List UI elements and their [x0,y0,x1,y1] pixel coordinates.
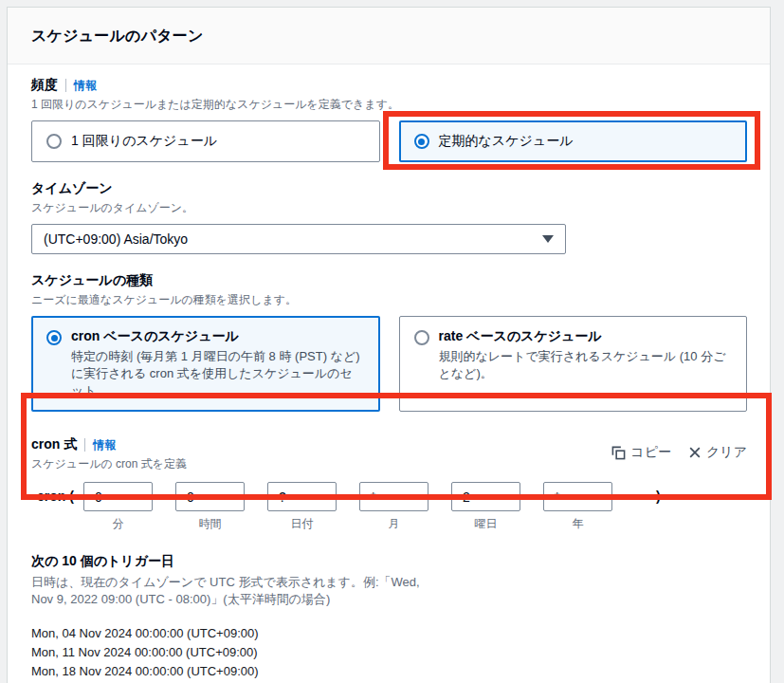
next-trigger-dates-description: 日時は、現在のタイムゾーンで UTC 形式で表示されます。例:「Wed, Nov… [31,574,441,608]
cron-hours-input[interactable] [175,482,245,511]
frequency-label: 頻度 [31,77,58,94]
trigger-date-list: Mon, 04 Nov 2024 00:00:00 (UTC+09:00) Mo… [31,624,747,683]
cron-info-link[interactable]: 情報 [93,437,116,453]
cron-description: スケジュールの cron 式を定義 [31,456,187,472]
trigger-date-item: Mon, 18 Nov 2024 00:00:00 (UTC+09:00) [31,662,747,681]
radio-tile-label: 定期的なスケジュール [439,133,574,150]
cron-year-input[interactable] [543,482,612,511]
cron-day-of-week-label: 曜日 [451,516,520,532]
schedule-type-options: cron ベースのスケジュール 特定の時刻 (毎月第 1 月曜日の午前 8 時 … [31,316,747,412]
timezone-label: タイムゾーン [31,180,747,197]
radio-tile-one-time-schedule[interactable]: 1 回限りのスケジュール [31,120,380,162]
cron-year-label: 年 [543,516,612,532]
frequency-field: 頻度 情報 1 回限りのスケジュールまたは定期的なスケジュールを定義できます。 … [31,77,747,162]
cron-month-input[interactable] [359,482,428,511]
frequency-description: 1 回限りのスケジュールまたは定期的なスケジュールを定義できます。 [31,97,747,113]
cron-expression-field: cron 式 情報 スケジュールの cron 式を定義 [31,436,747,532]
copy-button[interactable]: コピー [611,444,671,461]
cron-day-of-month-input[interactable] [267,482,337,511]
schedule-type-description: ニーズに最適なスケジュールの種類を選択します。 [31,292,747,308]
schedule-pattern-panel: スケジュールのパターン 頻度 情報 1 回限りのスケジュールまたは定期的なスケジ… [7,7,771,683]
frequency-options: 1 回限りのスケジュール 定期的なスケジュール [31,120,747,162]
label-divider [84,438,85,452]
cron-day-of-week-input[interactable] [451,482,520,511]
trigger-date-item: Mon, 11 Nov 2024 00:00:00 (UTC+09:00) [31,643,747,662]
timezone-field: タイムゾーン スケジュールのタイムゾーン。 (UTC+09:00) Asia/T… [31,180,747,254]
label-divider [65,79,66,92]
radio-unchecked-icon[interactable] [414,330,429,345]
radio-tile-label: 1 回限りのスケジュール [71,133,217,150]
next-trigger-dates-section: 次の 10 個のトリガー日 日時は、現在のタイムゾーンで UTC 形式で表示され… [31,553,747,683]
timezone-select[interactable]: (UTC+09:00) Asia/Tokyo [31,224,566,254]
type-card-description: 規則的なレートで実行されるスケジュール (10 分ごとなど)。 [439,348,733,382]
radio-card-cron-based[interactable]: cron ベースのスケジュール 特定の時刻 (毎月第 1 月曜日の午前 8 時 … [31,316,380,412]
radio-tile-recurring-schedule[interactable]: 定期的なスケジュール [399,120,748,162]
timezone-description: スケジュールのタイムゾーン。 [31,200,747,216]
schedule-type-label: スケジュールの種類 [31,272,747,289]
close-icon [688,446,702,459]
clear-button[interactable]: クリア [688,444,747,461]
type-card-description: 特定の時刻 (毎月第 1 月曜日の午前 8 時 (PST) など) に実行される… [71,348,365,399]
timezone-selected-value: (UTC+09:00) Asia/Tokyo [44,231,188,247]
frequency-info-link[interactable]: 情報 [74,78,97,94]
radio-card-rate-based[interactable]: rate ベースのスケジュール 規則的なレートで実行されるスケジュール (10 … [399,316,748,412]
cron-prefix: cron ( [37,482,74,511]
cron-month-label: 月 [359,516,428,532]
chevron-down-icon [542,235,554,243]
trigger-date-item: Mon, 04 Nov 2024 00:00:00 (UTC+09:00) [31,624,747,643]
copy-icon [611,446,626,460]
type-card-title: cron ベースのスケジュール [71,328,365,345]
type-card-title: rate ベースのスケジュール [439,328,733,345]
page: スケジュールのパターン 頻度 情報 1 回限りのスケジュールまたは定期的なスケジ… [0,0,784,683]
radio-checked-icon[interactable] [414,134,429,149]
panel-title: スケジュールのパターン [31,27,747,46]
panel-body: 頻度 情報 1 回限りのスケジュールまたは定期的なスケジュールを定義できます。 … [8,65,770,683]
cron-suffix: ) [656,482,661,511]
clear-button-label: クリア [706,444,747,461]
radio-checked-icon[interactable] [46,330,62,345]
radio-unchecked-icon[interactable] [46,134,62,149]
copy-button-label: コピー [630,444,671,461]
panel-header: スケジュールのパターン [8,8,770,65]
next-trigger-dates-title: 次の 10 個のトリガー日 [31,553,747,570]
cron-minutes-input[interactable] [83,482,153,511]
cron-hours-label: 時間 [175,516,245,532]
cron-label: cron 式 [31,436,77,453]
schedule-type-field: スケジュールの種類 ニーズに最適なスケジュールの種類を選択します。 cron ベ… [31,272,747,412]
cron-inputs-row: cron ( 分 時間 日付 月 [31,482,747,532]
cron-minutes-label: 分 [83,516,153,532]
cron-day-of-month-label: 日付 [267,516,337,532]
